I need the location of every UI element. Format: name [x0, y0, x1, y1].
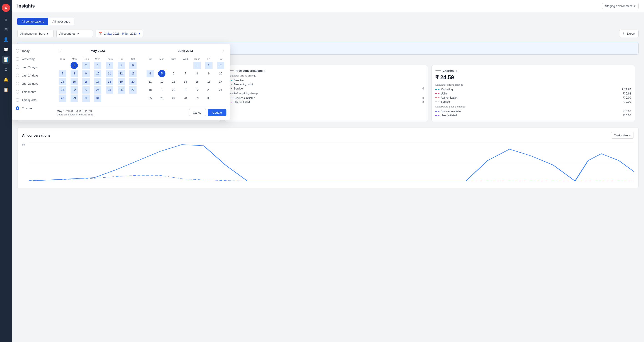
stat-row: Free tier	[228, 79, 424, 82]
cal-day-16-jun[interactable]: 16	[203, 78, 215, 86]
calendar-may-2023: ‹ May 2023 Sun Mon Tues Wed Thurs	[57, 48, 139, 102]
cal-day-11-jun[interactable]: 11	[144, 78, 156, 86]
cal-day-15-may[interactable]: 15	[68, 78, 80, 86]
export-button[interactable]: ⬇ Export	[619, 30, 638, 37]
cal-day-29-may[interactable]: 29	[68, 94, 80, 102]
chart-svg	[29, 142, 634, 183]
preset-this-quarter[interactable]: This quarter	[12, 96, 53, 104]
cal-day-6-jun[interactable]: 6	[168, 70, 180, 78]
cal-day-22-jun[interactable]: 22	[191, 86, 203, 94]
cal-day-18-jun[interactable]: 18	[144, 86, 156, 94]
cal-day-24-may[interactable]: 24	[92, 86, 104, 94]
countries-filter[interactable]: All countries ▾	[56, 30, 93, 37]
cal-day-27-may[interactable]: 27	[127, 86, 139, 94]
cal-day-26-may[interactable]: 26	[115, 86, 127, 94]
cancel-button[interactable]: Cancel	[189, 109, 206, 116]
cal-day-2-jun[interactable]: 2	[203, 61, 215, 70]
cal-day-12-may[interactable]: 12	[115, 70, 127, 78]
preset-this-month[interactable]: This month	[12, 88, 53, 96]
stat-value-2: ₹ 24.59	[435, 74, 631, 81]
cal-day-7-may[interactable]: 7	[57, 70, 68, 78]
info-icon-1: ℹ	[264, 69, 266, 72]
environment-selector[interactable]: Staging environment ▾	[602, 3, 638, 9]
cal-day-11-may[interactable]: 11	[104, 70, 115, 78]
preset-last7days[interactable]: Last 7 days	[12, 63, 53, 71]
cal-day-3-jun[interactable]: 3	[214, 61, 226, 70]
cal-day-28-jun[interactable]: 28	[180, 94, 192, 102]
cal-day-19-jun[interactable]: 19	[156, 86, 168, 94]
cal-day-25-may[interactable]: 25	[104, 86, 115, 94]
cal-day-27-jun[interactable]: 27	[168, 94, 180, 102]
cal-day-5-jun[interactable]: 5	[156, 70, 168, 78]
preset-yesterday[interactable]: Yesterday	[12, 55, 53, 63]
stat-line-color	[435, 70, 441, 71]
cal-day-7-jun[interactable]: 7	[180, 70, 192, 78]
tab-all-conversations[interactable]: All conversations	[17, 18, 48, 25]
cal-day-5-may[interactable]: 5	[115, 61, 127, 70]
preset-today[interactable]: Today	[12, 47, 53, 55]
footer-actions: Cancel Update	[189, 109, 226, 116]
cal-day-31-may[interactable]: 31	[92, 94, 104, 102]
cal-day-21-jun[interactable]: 21	[180, 86, 192, 94]
preset-last28days[interactable]: Last 28 days	[12, 80, 53, 88]
cal-day-12-jun[interactable]: 12	[156, 78, 168, 86]
next-month-button[interactable]: ›	[220, 48, 226, 54]
customise-button[interactable]: Customise ▾	[611, 132, 634, 139]
cal-day-4-may[interactable]: 4	[104, 61, 115, 70]
update-button[interactable]: Update	[208, 109, 226, 116]
cal-day-26-jun[interactable]: 26	[156, 94, 168, 102]
cal-day-20-may[interactable]: 20	[127, 78, 139, 86]
sidebar-icon-contacts[interactable]: 👤	[2, 36, 10, 44]
cal-day-23-may[interactable]: 23	[80, 86, 92, 94]
cal-day-22-may[interactable]: 22	[68, 86, 80, 94]
cal-day-19-may[interactable]: 19	[115, 78, 127, 86]
cal-day-14-jun[interactable]: 14	[180, 78, 192, 86]
cal-day-17-jun[interactable]: 17	[214, 78, 226, 86]
sidebar-icon-insights[interactable]: 📊	[2, 56, 10, 64]
cal-day-21-may[interactable]: 21	[57, 86, 68, 94]
cal-day-29-jun[interactable]: 29	[191, 94, 203, 102]
sidebar-icon-menu[interactable]: ≡	[2, 16, 10, 24]
cal-day-4-jun[interactable]: 4	[144, 70, 156, 78]
cal-day-13-may[interactable]: 13	[127, 70, 139, 78]
sidebar-icon-settings[interactable]: ⚙	[2, 66, 10, 74]
date-range-filter[interactable]: 📅 1 May 2023 - 5 Jun 2023 ▾	[96, 30, 143, 37]
preset-custom[interactable]: Custom	[12, 104, 53, 112]
preset-label-last14days: Last 14 days	[22, 74, 38, 77]
sidebar-icon-home[interactable]: ⊞	[2, 26, 10, 34]
cal-header-tues: Tues	[80, 57, 92, 61]
cal-day-17-may[interactable]: 17	[92, 78, 104, 86]
cal-day-13-jun[interactable]: 13	[168, 78, 180, 86]
cal-day-20-jun[interactable]: 20	[168, 86, 180, 94]
sidebar-icon-chat[interactable]: 💬	[2, 46, 10, 54]
cal-day-15-jun[interactable]: 15	[191, 78, 203, 86]
cal-day-16-may[interactable]: 16	[80, 78, 92, 86]
sidebar-icon-notifications[interactable]: 🔔	[2, 76, 10, 84]
cal-day-8-jun[interactable]: 8	[191, 70, 203, 78]
stat-title-2: Charges	[442, 69, 454, 72]
cal-day-30-jun[interactable]: 30	[203, 94, 215, 102]
cal-day-9-may[interactable]: 9	[80, 70, 92, 78]
cal-day-25-jun[interactable]: 25	[144, 94, 156, 102]
phone-numbers-filter[interactable]: All phone numbers ▾	[17, 30, 54, 37]
cal-day-9-jun[interactable]: 9	[203, 70, 215, 78]
tab-all-messages[interactable]: All messages	[48, 18, 74, 25]
preset-last14days[interactable]: Last 14 days	[12, 71, 53, 80]
cal-day-10-jun[interactable]: 10	[214, 70, 226, 78]
sidebar-icon-reports[interactable]: 📋	[2, 86, 10, 94]
cal-day-30-may[interactable]: 30	[80, 94, 92, 102]
cal-day-2-may[interactable]: 2	[80, 61, 92, 70]
cal-day-23-jun[interactable]: 23	[203, 86, 215, 94]
calendar-june-2023: June 2023 › Sun Mon Tues Wed Thurs Fri	[144, 48, 226, 102]
cal-day-6-may[interactable]: 6	[127, 61, 139, 70]
cal-day-10-may[interactable]: 10	[92, 70, 104, 78]
cal-day-1-jun[interactable]: 1	[191, 61, 203, 70]
cal-day-18-may[interactable]: 18	[104, 78, 115, 86]
cal-day-1-may[interactable]: 1	[68, 61, 80, 70]
prev-month-button[interactable]: ‹	[57, 48, 63, 54]
cal-day-14-may[interactable]: 14	[57, 78, 68, 86]
cal-day-24-jun[interactable]: 24	[214, 86, 226, 94]
cal-day-8-may[interactable]: 8	[68, 70, 80, 78]
cal-day-3-may[interactable]: 3	[92, 61, 104, 70]
cal-day-28-may[interactable]: 28	[57, 94, 68, 102]
